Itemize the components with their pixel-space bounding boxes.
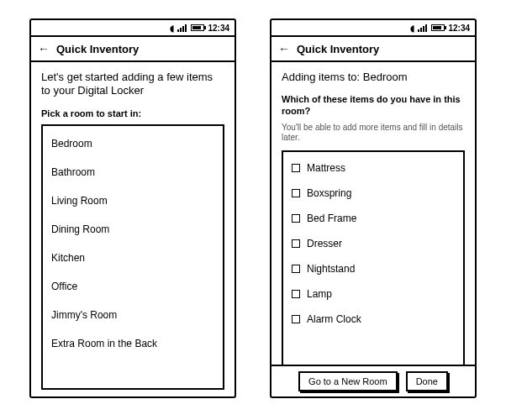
- battery-icon: [191, 24, 204, 31]
- intro-text: Let's get started adding a few items to …: [41, 71, 224, 98]
- status-bar: ◖ 12:34: [271, 20, 475, 37]
- wifi-icon: ◖: [170, 24, 174, 33]
- room-item[interactable]: Kitchen: [50, 244, 216, 272]
- item-label: Alarm Clock: [307, 313, 361, 325]
- done-button[interactable]: Done: [406, 371, 448, 391]
- back-arrow-icon[interactable]: ←: [38, 42, 50, 55]
- checkbox-icon[interactable]: [292, 315, 300, 323]
- item-row[interactable]: Alarm Clock: [290, 307, 456, 332]
- room-item[interactable]: Extra Room in the Back: [50, 329, 216, 358]
- item-label: Mattress: [307, 162, 345, 174]
- screen-body-1: Let's get started adding a few items to …: [31, 62, 235, 396]
- items-list[interactable]: MattressBoxspringBed FrameDresserNightst…: [282, 150, 465, 365]
- rooms-list[interactable]: BedroomBathroomLiving RoomDining RoomKit…: [41, 124, 224, 390]
- item-label: Boxspring: [307, 187, 351, 199]
- pick-room-label: Pick a room to start in:: [41, 108, 224, 120]
- status-time: 12:34: [208, 24, 229, 33]
- status-time: 12:34: [448, 24, 470, 33]
- status-bar: ◖ 12:34: [31, 20, 235, 37]
- item-label: Bed Frame: [307, 213, 356, 224]
- item-row[interactable]: Bed Frame: [290, 206, 456, 231]
- hint-text: You'll be able to add more items and fil…: [282, 123, 465, 144]
- item-row[interactable]: Dresser: [290, 231, 456, 256]
- room-item[interactable]: Dining Room: [50, 215, 216, 244]
- app-title: Quick Inventory: [56, 43, 139, 55]
- battery-icon: [431, 24, 445, 31]
- room-item[interactable]: Jimmy's Room: [50, 301, 216, 329]
- item-row[interactable]: Mattress: [290, 155, 456, 181]
- phone-screen-2: ◖ 12:34 ← Quick Inventory Adding items t…: [270, 18, 477, 398]
- app-header: ← Quick Inventory: [31, 37, 235, 62]
- item-row[interactable]: Lamp: [290, 281, 456, 307]
- signal-bars-icon: [418, 24, 428, 32]
- room-item[interactable]: Bedroom: [50, 129, 216, 158]
- go-to-new-room-button[interactable]: Go to a New Room: [298, 371, 398, 391]
- adding-to-text: Adding items to: Bedroom: [282, 71, 465, 84]
- screen-body-2: Adding items to: Bedroom Which of these …: [271, 62, 475, 365]
- signal-bars-icon: [177, 24, 187, 32]
- checkbox-icon[interactable]: [292, 265, 300, 273]
- room-item[interactable]: Living Room: [50, 186, 216, 215]
- wifi-icon: ◖: [410, 24, 414, 33]
- checkbox-icon[interactable]: [292, 189, 300, 197]
- checkbox-icon[interactable]: [292, 290, 300, 298]
- which-items-label: Which of these items do you have in this…: [282, 94, 465, 118]
- app-header: ← Quick Inventory: [271, 37, 475, 62]
- item-label: Lamp: [307, 288, 332, 300]
- checkbox-icon[interactable]: [292, 214, 300, 223]
- item-row[interactable]: Nightstand: [290, 256, 456, 281]
- back-arrow-icon[interactable]: ←: [278, 42, 290, 55]
- item-row[interactable]: Boxspring: [290, 181, 456, 206]
- footer-bar: Go to a New Room Done: [271, 365, 475, 396]
- app-title: Quick Inventory: [297, 43, 379, 55]
- checkbox-icon[interactable]: [292, 164, 300, 172]
- room-item[interactable]: Bathroom: [50, 158, 216, 186]
- room-item[interactable]: Office: [50, 272, 216, 301]
- item-label: Nightstand: [307, 263, 355, 275]
- phone-screen-1: ◖ 12:34 ← Quick Inventory Let's get star…: [29, 18, 236, 398]
- item-label: Dresser: [307, 238, 342, 249]
- checkbox-icon[interactable]: [292, 239, 300, 248]
